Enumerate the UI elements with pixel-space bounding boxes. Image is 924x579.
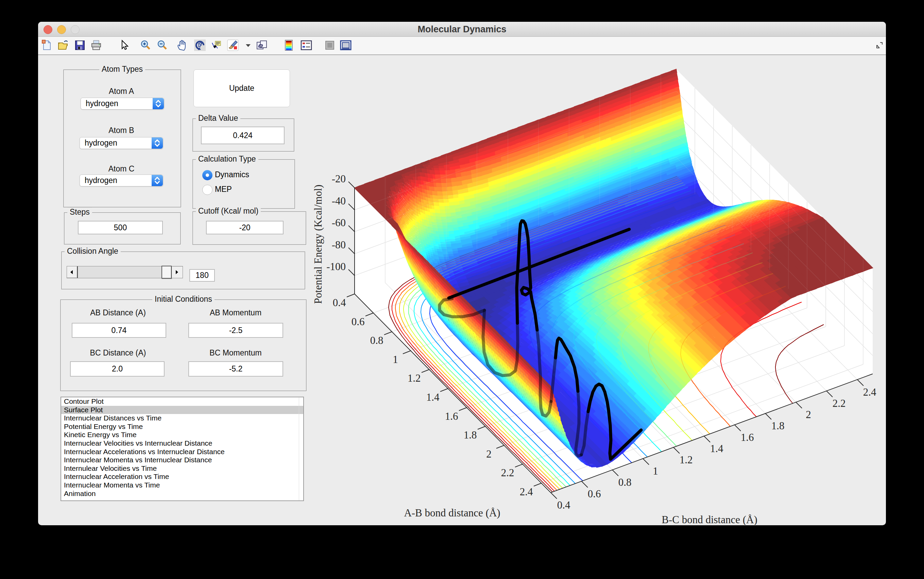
- svg-text:1.8: 1.8: [464, 429, 477, 441]
- svg-text:B-C bond distance (Å): B-C bond distance (Å): [662, 514, 758, 525]
- svg-text:2.2: 2.2: [501, 467, 514, 479]
- svg-text:Potential Energy (Kcal/mol): Potential Energy (Kcal/mol): [312, 185, 324, 304]
- svg-text:1.6: 1.6: [445, 410, 458, 422]
- svg-text:1: 1: [653, 465, 658, 477]
- svg-text:-40: -40: [332, 195, 346, 207]
- svg-text:1.8: 1.8: [771, 420, 785, 432]
- svg-text:-100: -100: [326, 260, 346, 273]
- svg-text:1.4: 1.4: [426, 391, 440, 403]
- svg-text:2.2: 2.2: [833, 397, 846, 409]
- svg-text:1.4: 1.4: [710, 443, 724, 455]
- svg-text:0.8: 0.8: [618, 476, 632, 488]
- svg-text:2.4: 2.4: [863, 386, 877, 398]
- svg-text:0.6: 0.6: [352, 316, 365, 327]
- svg-text:1.2: 1.2: [680, 454, 693, 466]
- svg-text:-60: -60: [332, 217, 346, 229]
- svg-text:1.2: 1.2: [407, 372, 421, 384]
- svg-text:2: 2: [806, 409, 811, 420]
- svg-text:1.6: 1.6: [741, 431, 754, 443]
- svg-text:A-B bond distance (Å): A-B bond distance (Å): [404, 507, 500, 519]
- svg-text:1: 1: [393, 353, 398, 365]
- svg-text:0.8: 0.8: [370, 334, 383, 346]
- svg-text:2.4: 2.4: [520, 486, 533, 498]
- svg-text:-80: -80: [332, 239, 346, 251]
- svg-text:0.6: 0.6: [588, 488, 601, 500]
- svg-text:0.4: 0.4: [333, 297, 346, 309]
- svg-text:2: 2: [486, 448, 492, 460]
- svg-text:-20: -20: [332, 173, 346, 185]
- svg-text:0.4: 0.4: [557, 499, 570, 511]
